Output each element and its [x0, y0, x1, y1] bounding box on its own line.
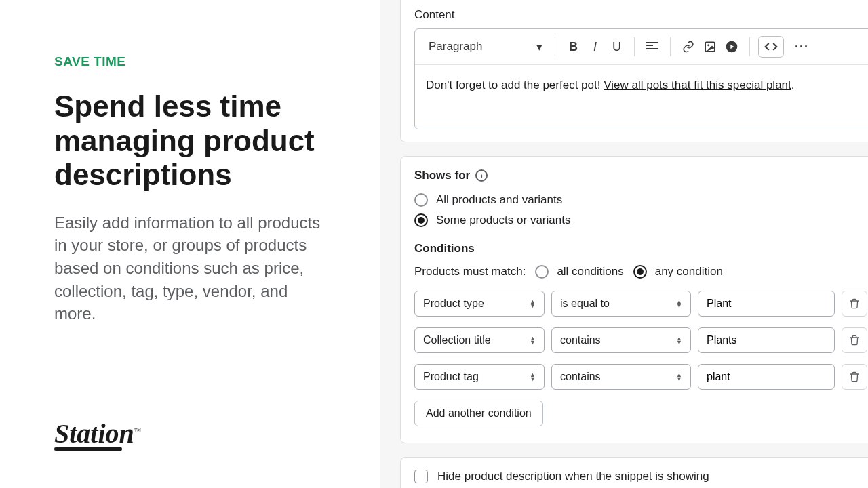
sort-icon: ▲▼: [530, 336, 536, 344]
delete-condition-button[interactable]: [842, 327, 867, 353]
radio-all-products[interactable]: All products and variants: [414, 193, 868, 207]
underline-icon[interactable]: U: [607, 37, 626, 56]
condition-value-input[interactable]: [698, 364, 835, 390]
image-icon[interactable]: [701, 37, 719, 56]
conditions-label: Conditions: [414, 242, 868, 256]
caret-down-icon: ▾: [536, 40, 542, 54]
more-icon[interactable]: ···: [792, 37, 811, 56]
shows-for-title: Shows for: [414, 169, 470, 182]
content-card: Content Paragraph ▾ B I U: [400, 0, 868, 142]
radio-match-any[interactable]: any condition: [633, 265, 723, 279]
condition-row: Product tag ▲▼ contains ▲▼: [414, 364, 868, 390]
editor-link[interactable]: View all pots that fit this special plan…: [604, 79, 791, 92]
content-label: Content: [414, 8, 868, 22]
condition-row: Collection title ▲▼ contains ▲▼: [414, 327, 868, 353]
condition-field-select[interactable]: Product type ▲▼: [414, 291, 545, 317]
condition-value-input[interactable]: [698, 327, 835, 353]
video-icon[interactable]: [722, 37, 741, 56]
sort-icon: ▲▼: [676, 373, 682, 381]
station-logo: Station™: [54, 422, 141, 451]
app-panel: Content Paragraph ▾ B I U: [380, 0, 868, 488]
condition-op-select[interactable]: contains ▲▼: [551, 364, 691, 390]
editor-toolbar: Paragraph ▾ B I U: [415, 29, 868, 65]
bold-icon[interactable]: B: [564, 37, 583, 56]
condition-row: Product type ▲▼ is equal to ▲▼: [414, 291, 868, 317]
sort-icon: ▲▼: [676, 300, 682, 308]
format-select[interactable]: Paragraph ▾: [425, 37, 547, 57]
italic-icon[interactable]: I: [585, 37, 604, 56]
shows-for-card: Shows for i All products and variants So…: [400, 156, 868, 443]
condition-field-select[interactable]: Product tag ▲▼: [414, 364, 545, 390]
body-copy: Easily add information to all products i…: [54, 211, 326, 325]
add-condition-button[interactable]: Add another condition: [414, 401, 543, 426]
link-icon[interactable]: [679, 37, 698, 56]
align-icon[interactable]: [643, 37, 662, 56]
sort-icon: ▲▼: [676, 336, 682, 344]
editor-body[interactable]: Don't forget to add the perfect pot! Vie…: [415, 65, 868, 129]
delete-condition-button[interactable]: [842, 364, 867, 390]
radio-checked-icon: [414, 214, 428, 227]
condition-value-input[interactable]: [698, 291, 835, 317]
checkbox-icon: [414, 470, 428, 483]
radio-icon: [535, 265, 549, 279]
radio-icon: [414, 193, 428, 207]
radio-match-all[interactable]: all conditions: [535, 265, 623, 279]
headline: Spend less time managing product descrip…: [54, 89, 326, 192]
condition-op-select[interactable]: is equal to ▲▼: [551, 291, 691, 317]
marketing-panel: SAVE TIME Spend less time managing produ…: [0, 0, 380, 488]
svg-point-1: [708, 44, 710, 46]
code-icon[interactable]: [758, 36, 784, 58]
eyebrow: SAVE TIME: [54, 54, 326, 69]
rich-text-editor: Paragraph ▾ B I U: [414, 28, 868, 129]
condition-field-select[interactable]: Collection title ▲▼: [414, 327, 545, 353]
delete-condition-button[interactable]: [842, 291, 867, 317]
hide-card: Hide product description when the snippe…: [400, 457, 868, 488]
match-row: Products must match: all conditions any …: [414, 265, 868, 279]
sort-icon: ▲▼: [530, 373, 536, 381]
radio-some-products[interactable]: Some products or variants: [414, 214, 868, 227]
sort-icon: ▲▼: [530, 300, 536, 308]
hide-checkbox-row[interactable]: Hide product description when the snippe…: [414, 470, 868, 483]
condition-op-select[interactable]: contains ▲▼: [551, 327, 691, 353]
radio-checked-icon: [633, 265, 647, 279]
info-icon[interactable]: i: [475, 169, 488, 182]
